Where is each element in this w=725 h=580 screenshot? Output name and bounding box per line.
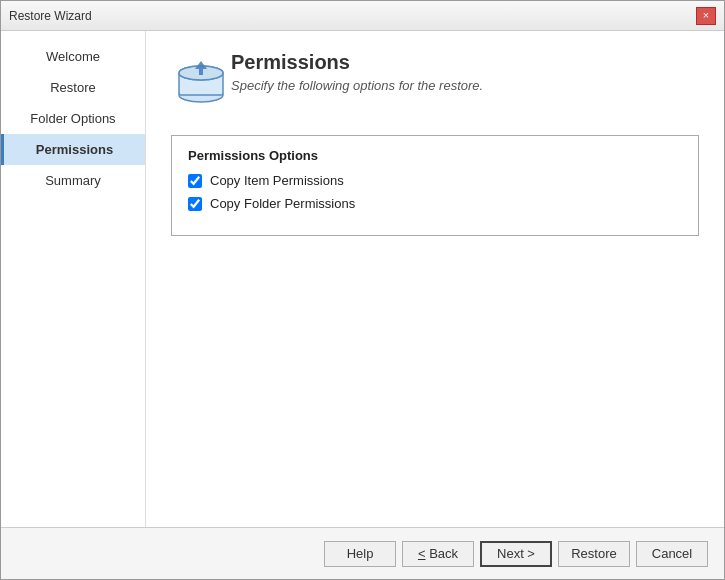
restore-button[interactable]: Restore — [558, 541, 630, 567]
content-area: WelcomeRestoreFolder OptionsPermissionsS… — [1, 31, 724, 527]
back-button[interactable]: < Back — [402, 541, 474, 567]
back-underline: < — [418, 546, 426, 561]
cancel-button[interactable]: Cancel — [636, 541, 708, 567]
copy-folder-label: Copy Folder Permissions — [210, 196, 355, 211]
copy-item-label: Copy Item Permissions — [210, 173, 344, 188]
sidebar: WelcomeRestoreFolder OptionsPermissionsS… — [1, 31, 146, 527]
main-panel: Permissions Specify the following option… — [146, 31, 724, 527]
sidebar-item-permissions[interactable]: Permissions — [1, 134, 145, 165]
copy-item-checkbox[interactable] — [188, 174, 202, 188]
panel-title: Permissions — [231, 51, 483, 74]
panel-title-area: Permissions Specify the following option… — [231, 51, 483, 93]
panel-header: Permissions Specify the following option… — [171, 51, 699, 111]
sidebar-item-restore[interactable]: Restore — [1, 72, 145, 103]
title-bar: Restore Wizard × — [1, 1, 724, 31]
copy-folder-row: Copy Folder Permissions — [188, 196, 682, 211]
footer: Help < Back Next > Restore Cancel — [1, 527, 724, 579]
panel-subtitle: Specify the following options for the re… — [231, 78, 483, 93]
restore-wizard-window: Restore Wizard × WelcomeRestoreFolder Op… — [0, 0, 725, 580]
sidebar-item-summary[interactable]: Summary — [1, 165, 145, 196]
next-button[interactable]: Next > — [480, 541, 552, 567]
window-title: Restore Wizard — [9, 9, 92, 23]
copy-folder-checkbox[interactable] — [188, 197, 202, 211]
help-button[interactable]: Help — [324, 541, 396, 567]
copy-item-row: Copy Item Permissions — [188, 173, 682, 188]
sidebar-item-welcome[interactable]: Welcome — [1, 41, 145, 72]
restore-icon — [171, 51, 231, 111]
sidebar-item-folder-options[interactable]: Folder Options — [1, 103, 145, 134]
permissions-fieldset: Permissions Options Copy Item Permission… — [171, 135, 699, 236]
fieldset-legend: Permissions Options — [188, 148, 682, 163]
close-button[interactable]: × — [696, 7, 716, 25]
